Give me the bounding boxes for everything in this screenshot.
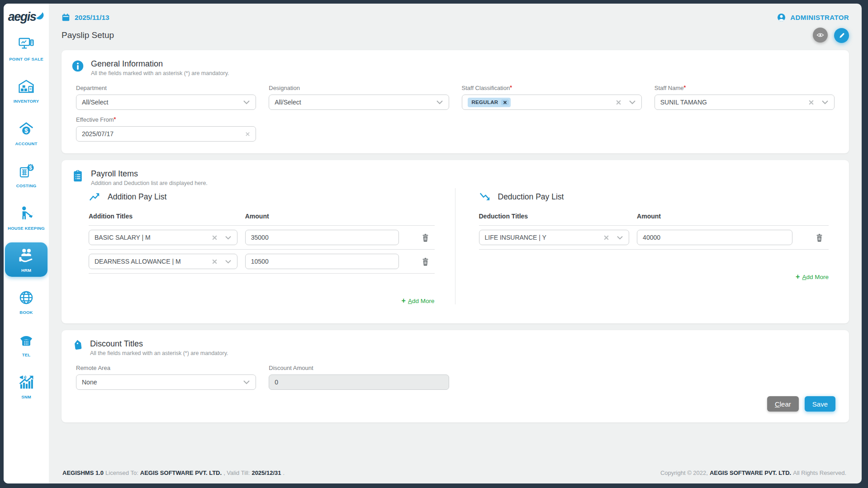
sidebar-item-inventory[interactable]: INVENTORY xyxy=(5,73,47,108)
general-information-header: General Information All the fields marke… xyxy=(62,50,849,76)
chevron-down-icon[interactable] xyxy=(225,235,232,240)
addition-row: DEARNESS ALLOWANCE | M xyxy=(89,250,435,274)
edit-button[interactable] xyxy=(834,28,849,43)
chevron-down-icon[interactable] xyxy=(629,99,636,105)
discount-amount-value: 0 xyxy=(275,379,443,386)
addition-title-select[interactable]: BASIC SALARY | M xyxy=(89,230,237,245)
sidebar: aegis POINT OF SALE xyxy=(4,4,49,483)
form-actions: Clear Save xyxy=(62,394,849,422)
calendar-icon xyxy=(62,13,70,22)
point-of-sale-icon xyxy=(18,35,35,53)
book-globe-icon xyxy=(18,289,35,307)
save-button[interactable]: Save xyxy=(805,396,835,412)
column-header: Amount xyxy=(637,213,829,220)
delete-row-icon[interactable] xyxy=(816,233,823,242)
clear-icon[interactable] xyxy=(808,99,814,105)
addition-amount-input[interactable] xyxy=(245,230,399,245)
effective-from-field: Effective From* 2025/07/17 xyxy=(76,116,256,142)
deduction-title-value: LIFE INSURANCE | Y xyxy=(485,234,597,241)
deduction-add-more-row: + Add More xyxy=(479,273,829,280)
trending-up-icon xyxy=(89,192,100,202)
staff-classification-label: Staff Classification* xyxy=(462,85,642,91)
footer: AEGISHMS 1.0Licensed To:AEGIS SOFTWARE P… xyxy=(62,464,849,483)
clear-label: Clear xyxy=(775,400,791,408)
aegis-logo[interactable]: aegis xyxy=(8,10,45,24)
preview-button[interactable] xyxy=(813,28,828,43)
column-header: Addition Titles xyxy=(89,213,237,220)
inventory-icon xyxy=(18,77,35,95)
delete-row-icon[interactable] xyxy=(422,257,429,266)
addition-pay-list: Addition Pay List Addition Titles Amount… xyxy=(62,188,455,304)
staff-name-select[interactable]: SUNIL TAMANG xyxy=(655,95,835,110)
copyright-company: AEGIS SOFTWARE PVT. LTD. xyxy=(710,469,791,476)
discount-amount-label: Discount Amount xyxy=(269,365,449,371)
general-information-card: General Information All the fields marke… xyxy=(62,50,849,153)
deduction-amount-input[interactable] xyxy=(637,230,792,245)
sidebar-item-label: BOOK xyxy=(19,310,33,315)
sidebar-item-tel[interactable]: TEL xyxy=(5,327,47,361)
sidebar-item-book[interactable]: BOOK xyxy=(5,284,47,319)
addition-title-select[interactable]: DEARNESS ALLOWANCE | M xyxy=(89,254,237,269)
house-keeping-icon xyxy=(18,204,35,223)
chevron-down-icon[interactable] xyxy=(617,235,623,240)
payroll-items-card: Payroll Items Addition and Deduction lis… xyxy=(62,160,849,323)
designation-select[interactable]: All/Select xyxy=(269,95,449,110)
department-value: All/Select xyxy=(82,99,236,106)
sidebar-item-costing[interactable]: $ COSTING xyxy=(5,158,47,192)
user-menu[interactable]: ADMINISTRATOR xyxy=(777,13,849,22)
selected-chip: REGULAR xyxy=(468,98,511,107)
department-select[interactable]: All/Select xyxy=(76,95,256,110)
sidebar-item-account[interactable]: $ ACCOUNT xyxy=(5,116,47,150)
clear-button[interactable]: Clear xyxy=(767,396,799,412)
discount-titles-header: Discount Titles All the fields marked wi… xyxy=(62,330,849,356)
chevron-down-icon[interactable] xyxy=(821,99,829,105)
staff-classification-select[interactable]: REGULAR xyxy=(462,95,642,110)
hrm-icon xyxy=(18,246,35,265)
delete-row-icon[interactable] xyxy=(422,233,429,242)
sidebar-nav: POINT OF SALE INVENTORY xyxy=(4,31,49,412)
remote-area-select[interactable]: None xyxy=(76,374,256,390)
logo-swoosh-icon xyxy=(35,11,44,20)
chip-remove-icon[interactable] xyxy=(501,99,509,105)
deduction-title-select[interactable]: LIFE INSURANCE | Y xyxy=(479,230,630,245)
clear-icon[interactable] xyxy=(245,132,250,137)
chevron-down-icon[interactable] xyxy=(225,259,232,264)
deduction-table-header: Deduction Titles Amount xyxy=(479,213,829,226)
clear-icon[interactable] xyxy=(616,99,621,105)
date-text: 2025/11/13 xyxy=(75,14,109,22)
addition-add-more-link[interactable]: + Add More xyxy=(402,297,435,304)
effective-from-input[interactable]: 2025/07/17 xyxy=(76,126,256,142)
clear-icon[interactable] xyxy=(212,259,218,265)
sidebar-item-label: COSTING xyxy=(16,183,37,188)
rights-text: All Rights Reserved. xyxy=(793,469,846,476)
addition-amount-input[interactable] xyxy=(245,254,399,269)
required-asterisk: * xyxy=(510,85,512,91)
remote-area-field: Remote Area None xyxy=(76,365,256,390)
sidebar-item-snm[interactable]: SNM xyxy=(5,369,47,403)
sidebar-item-house-keeping[interactable]: HOUSE KEEPING xyxy=(5,200,47,235)
chevron-down-icon[interactable] xyxy=(436,99,443,105)
chevron-down-icon[interactable] xyxy=(243,379,250,385)
current-date[interactable]: 2025/11/13 xyxy=(62,13,109,22)
sidebar-item-point-of-sale[interactable]: POINT OF SALE xyxy=(5,31,47,66)
save-label: Save xyxy=(812,400,828,408)
staff-classification-field: Staff Classification* REGULAR xyxy=(462,85,642,110)
deduction-add-more-link[interactable]: + Add More xyxy=(796,273,829,280)
clear-icon[interactable] xyxy=(212,235,218,241)
section-title: Discount Titles xyxy=(90,339,228,349)
sidebar-item-hrm[interactable]: HRM xyxy=(5,242,47,277)
clear-icon[interactable] xyxy=(603,235,609,241)
effective-from-value: 2025/07/17 xyxy=(82,130,238,137)
sidebar-item-label: TEL xyxy=(22,352,31,357)
valid-till-date: 2025/12/31 xyxy=(251,469,281,476)
effective-from-label: Effective From* xyxy=(76,116,256,123)
eye-icon xyxy=(816,31,825,39)
column-header: Deduction Titles xyxy=(479,213,630,220)
account-icon: $ xyxy=(18,120,35,138)
chevron-down-icon[interactable] xyxy=(243,99,250,105)
staff-classification-chips: REGULAR xyxy=(468,98,608,107)
deduction-header: Deduction Pay List xyxy=(479,192,829,202)
valid-till-label: , Valid Till: xyxy=(223,469,250,476)
add-more-label: Add More xyxy=(408,298,435,304)
discount-titles-card: Discount Titles All the fields marked wi… xyxy=(62,330,849,422)
